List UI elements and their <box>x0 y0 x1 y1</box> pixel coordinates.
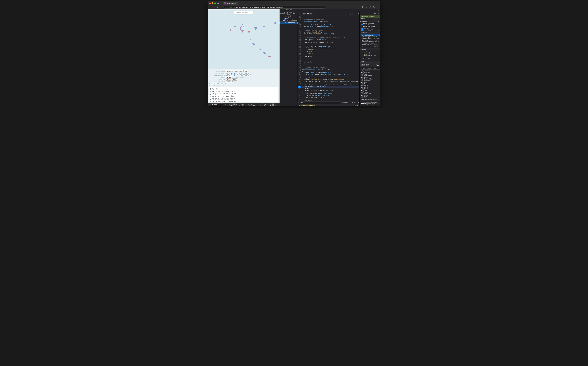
devtools-overflow-icon[interactable]: ⋯ <box>374 10 377 12</box>
run-stop-button[interactable]: Run/Stop <box>226 70 234 72</box>
new-tab-button[interactable]: + <box>239 2 240 4</box>
stack-frame[interactable]: printNeighborCountsgameOfLife.js:411 <box>361 34 380 36</box>
dombp-header[interactable]: ▾ DOM Mutation Breakpoints <box>360 99 380 101</box>
search-prev-icon[interactable]: ⌃ <box>348 102 349 103</box>
resume-icon[interactable]: ▷ <box>251 12 252 13</box>
breakpoints-header[interactable]: ▾ Breakpoints🗑 <box>360 20 380 23</box>
forward-button[interactable]: → <box>213 6 215 8</box>
event-category[interactable]: ▸ Keyboard <box>361 80 380 82</box>
event-filter-input[interactable] <box>361 67 380 69</box>
event-category[interactable]: ▸ DOM Mutation <box>361 75 380 76</box>
write-button[interactable]: Write <box>226 78 231 81</box>
proto-row[interactable]: ▾🗀 file:// <box>280 18 298 20</box>
folder-row[interactable]: ▾🗀 Users/seanoconnor/Desktop/Sea <box>280 20 298 22</box>
find-close-icon[interactable]: × <box>209 104 209 106</box>
file-tab[interactable]: gameOfLife.js× <box>302 13 313 15</box>
event-category[interactable]: ▸ Timer <box>361 90 380 91</box>
event-category[interactable]: ▸ Animation <box>361 70 380 72</box>
step-over-icon[interactable]: ↷ <box>249 12 250 13</box>
url-bar[interactable]: 🗎 file:///Users/seanoconnor/Desktop/Sean… <box>224 6 325 8</box>
read-button[interactable]: Read <box>232 78 237 81</box>
match-case-checkbox[interactable] <box>239 104 240 106</box>
prettify-icon[interactable]: ✿ <box>374 13 376 15</box>
search-close-icon[interactable]: × <box>358 102 359 103</box>
xhr-header[interactable]: ▸ XHR Breakpoints＋ 🗑 <box>360 61 380 63</box>
event-category[interactable]: ▸ Load <box>361 82 380 83</box>
single-step-button[interactable]: Single Step <box>234 70 243 72</box>
account-icon[interactable]: ◉ <box>369 6 372 8</box>
bookmark-star-icon[interactable]: ☆ <box>322 6 324 8</box>
tab-list-icon[interactable]: ⌄ <box>378 2 379 4</box>
sidebar-toggle-icon[interactable]: ▣ <box>217 2 219 4</box>
scopes-header[interactable]: ▾ Scopes <box>360 48 380 50</box>
stack-frame[interactable]: onclicksource42:1 <box>361 46 380 47</box>
bp-line-checkbox[interactable] <box>361 29 363 31</box>
sources-subtab-sources[interactable]: Sources <box>280 12 286 15</box>
event-category[interactable]: ▸ Touch <box>361 91 380 93</box>
find-next-icon[interactable]: ⌄ <box>227 104 228 106</box>
step-in-icon[interactable]: ↘ <box>354 13 357 15</box>
sources-subtab-outline[interactable]: Outline <box>285 12 291 15</box>
browser-tab[interactable]: Game of Life × <box>223 2 238 5</box>
pick-element-icon[interactable]: ⊡ <box>280 10 283 12</box>
find-input[interactable] <box>211 103 223 106</box>
stack-frame[interactable]: updateGameBoardgameOfLife.js:1626 <box>361 38 380 39</box>
event-category[interactable]: ▸ Device <box>361 76 380 78</box>
thread-row[interactable]: ▾▭ Main Thread <box>280 16 298 18</box>
devtools-tab-style-editor[interactable]: {} Style Editor <box>283 9 295 11</box>
file-tab-close-icon[interactable]: × <box>311 13 312 15</box>
menu-icon[interactable]: ≡ <box>376 6 379 8</box>
pattern-select[interactable]: Glider Gun ▾ <box>226 81 234 83</box>
event-category[interactable]: ▸ Pointer <box>361 86 380 88</box>
extensions-icon[interactable]: ⧉ <box>373 6 375 8</box>
reload-button[interactable]: ⟳ <box>216 6 219 8</box>
event-category[interactable]: ▸ Control <box>361 73 380 75</box>
callstack-header[interactable]: ▾ Call stack <box>360 32 380 34</box>
match-diacritics-checkbox[interactable] <box>248 104 250 106</box>
pause-dbg-checkbox[interactable] <box>361 23 363 25</box>
file-nav-icon[interactable]: ⟨⟩ <box>299 13 301 15</box>
window-zoom[interactable] <box>214 2 216 4</box>
search-word-icon[interactable]: «» <box>356 102 357 103</box>
event-category[interactable]: ▸ Clipboard <box>361 72 380 73</box>
watch-header[interactable]: ▸ Watch expressions＋ <box>360 18 380 20</box>
code-search-input[interactable] <box>301 101 340 104</box>
step-over-icon[interactable]: ↷ <box>352 13 354 15</box>
search-case-icon[interactable]: Aa <box>354 102 355 103</box>
window-minimize[interactable] <box>212 2 213 4</box>
settings-gear-icon[interactable]: ⚙ <box>377 13 380 15</box>
stack-frame[interactable]: runStopGamegameOfLife.js:352 <box>361 44 380 46</box>
browse-button[interactable]: Browse... <box>226 76 234 78</box>
event-category[interactable]: ▸ Worker <box>361 95 380 96</box>
event-category[interactable]: ▸ Drag and Drop <box>361 78 380 80</box>
event-category[interactable]: ▸ WebSocket <box>361 93 380 95</box>
whole-words-checkbox[interactable] <box>260 104 261 106</box>
clear-button[interactable]: Clear <box>243 70 249 72</box>
stack-frame[interactable]: make_debugPrintgameOfLife.js:1459 <box>361 36 380 38</box>
eventbp-header[interactable]: ▾ Event Listener BreakpointsLog <box>360 63 380 67</box>
search-next-icon[interactable]: ⌄ <box>350 102 351 103</box>
stack-frame[interactable]: make_cycleGamegameOfLife.js:1346 <box>361 41 380 43</box>
event-category[interactable]: ▸ Mouse <box>361 85 380 86</box>
back-button[interactable]: ← <box>209 6 212 8</box>
event-category[interactable]: ▸ XHR <box>361 96 380 98</box>
event-category[interactable]: ▸ Script <box>361 88 380 90</box>
pause-exc-checkbox[interactable] <box>361 26 363 27</box>
pocket-icon[interactable]: ⊕ <box>361 6 364 8</box>
window-close[interactable] <box>209 2 211 4</box>
tab-close-icon[interactable]: × <box>235 2 236 4</box>
game-board[interactable]: Paused at breakpoint ↷ ▷ <box>208 10 279 69</box>
home-button[interactable]: ⌂ <box>220 6 223 8</box>
sources-subtab-search[interactable]: Search <box>291 12 298 15</box>
map-toggle-icon[interactable]: ⧉ <box>299 105 299 106</box>
clipboard-text[interactable]: #Life 1.05 #D p30 glider gun (the Origin… <box>209 87 278 102</box>
source-file[interactable]: JS gameOfLife.js <box>280 22 298 24</box>
bp-file[interactable]: gameOfLife.js <box>361 28 380 29</box>
event-category[interactable]: ▸ Media <box>361 83 380 85</box>
devtools-close-icon[interactable]: × <box>377 10 380 12</box>
find-prev-icon[interactable]: ⌃ <box>225 104 226 106</box>
search-regex-icon[interactable]: .* <box>352 102 353 103</box>
step-out-icon[interactable]: ↗ <box>357 13 359 15</box>
downloads-icon[interactable]: ↓ <box>365 6 368 8</box>
highlight-all-checkbox[interactable] <box>230 104 231 106</box>
